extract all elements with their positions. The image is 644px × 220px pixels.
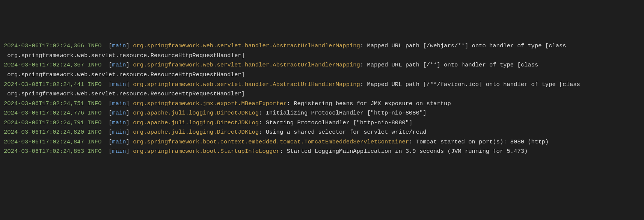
log-thread: main <box>112 148 126 155</box>
log-logger: org.apache.juli.logging.DirectJDKLog <box>133 110 259 116</box>
log-separator: : <box>360 81 367 88</box>
log-logger: org.springframework.web.servlet.handler.… <box>133 62 360 68</box>
log-timestamp: 2024-03-06T17:02:24,366 <box>4 42 84 49</box>
log-message: Tomcat started on port(s): 8080 (http) <box>416 139 549 145</box>
bracket-open: [ <box>109 81 112 88</box>
log-entry: 2024-03-06T17:02:24,441 INFO [main] org.… <box>4 80 640 99</box>
log-separator: : <box>259 129 266 136</box>
log-level: INFO <box>87 62 101 68</box>
log-entry: 2024-03-06T17:02:24,791 INFO [main] org.… <box>4 118 640 128</box>
log-timestamp: 2024-03-06T17:02:24,853 <box>4 148 84 155</box>
log-thread: main <box>112 62 126 68</box>
log-logger: org.springframework.boot.context.embedde… <box>133 139 409 145</box>
bracket-close: ] <box>126 110 130 116</box>
bracket-open: [ <box>109 42 112 49</box>
log-timestamp: 2024-03-06T17:02:24,776 <box>4 110 84 116</box>
log-logger: org.springframework.web.servlet.handler.… <box>133 42 360 49</box>
bracket-close: ] <box>126 129 130 136</box>
log-level: INFO <box>87 100 101 107</box>
log-level: INFO <box>87 119 101 126</box>
bracket-close: ] <box>126 100 130 107</box>
log-timestamp: 2024-03-06T17:02:24,820 <box>4 129 84 136</box>
bracket-open: [ <box>109 100 112 107</box>
log-level: INFO <box>87 139 101 145</box>
log-level: INFO <box>87 42 101 49</box>
log-entry: 2024-03-06T17:02:24,751 INFO [main] org.… <box>4 99 640 109</box>
log-entry: 2024-03-06T17:02:24,367 INFO [main] org.… <box>4 60 640 80</box>
bracket-close: ] <box>126 139 130 145</box>
log-separator: : <box>259 119 266 126</box>
bracket-open: [ <box>109 129 112 136</box>
bracket-open: [ <box>109 110 112 116</box>
log-logger: org.springframework.jmx.export.MBeanExpo… <box>133 100 287 107</box>
log-logger: org.apache.juli.logging.DirectJDKLog <box>133 119 259 126</box>
log-level: INFO <box>87 129 101 136</box>
bracket-close: ] <box>126 62 130 68</box>
bracket-open: [ <box>109 119 112 126</box>
log-separator: : <box>280 148 287 155</box>
log-entry: 2024-03-06T17:02:24,853 INFO [main] org.… <box>4 147 640 157</box>
bracket-close: ] <box>126 119 130 126</box>
bracket-open: [ <box>109 148 112 155</box>
log-timestamp: 2024-03-06T17:02:24,441 <box>4 81 84 88</box>
console-log-output[interactable]: 2024-03-06T17:02:24,366 INFO [main] org.… <box>4 41 640 157</box>
log-timestamp: 2024-03-06T17:02:24,751 <box>4 100 84 107</box>
log-timestamp: 2024-03-06T17:02:24,791 <box>4 119 84 126</box>
log-thread: main <box>112 81 126 88</box>
log-separator: : <box>287 100 294 107</box>
log-thread: main <box>112 100 126 107</box>
bracket-open: [ <box>109 139 112 145</box>
bracket-close: ] <box>126 81 130 88</box>
log-message: Starting ProtocolHandler ["http-nio-8080… <box>266 119 413 126</box>
log-level: INFO <box>87 148 101 155</box>
log-message: Using a shared selector for servlet writ… <box>266 129 427 136</box>
log-timestamp: 2024-03-06T17:02:24,367 <box>4 62 84 68</box>
log-separator: : <box>259 110 266 116</box>
log-timestamp: 2024-03-06T17:02:24,847 <box>4 139 84 145</box>
log-message: Started LoggingMainApplication in 3.9 se… <box>287 148 528 155</box>
bracket-open: [ <box>109 62 112 68</box>
log-entry: 2024-03-06T17:02:24,776 INFO [main] org.… <box>4 108 640 118</box>
log-entry: 2024-03-06T17:02:24,847 INFO [main] org.… <box>4 137 640 147</box>
log-entry: 2024-03-06T17:02:24,366 INFO [main] org.… <box>4 41 640 60</box>
log-thread: main <box>112 119 126 126</box>
log-thread: main <box>112 110 126 116</box>
bracket-close: ] <box>126 148 130 155</box>
log-thread: main <box>112 42 126 49</box>
log-logger: org.springframework.web.servlet.handler.… <box>133 81 360 88</box>
log-separator: : <box>360 62 367 68</box>
log-logger: org.springframework.boot.StartupInfoLogg… <box>133 148 280 155</box>
log-entry: 2024-03-06T17:02:24,820 INFO [main] org.… <box>4 128 640 137</box>
log-level: INFO <box>87 81 101 88</box>
log-level: INFO <box>87 110 101 116</box>
log-logger: org.apache.juli.logging.DirectJDKLog <box>133 129 259 136</box>
log-separator: : <box>409 139 416 145</box>
log-message: Registering beans for JMX exposure on st… <box>294 100 451 107</box>
log-thread: main <box>112 139 126 145</box>
bracket-close: ] <box>126 42 130 49</box>
log-message: Initializing ProtocolHandler ["http-nio-… <box>266 110 427 116</box>
log-thread: main <box>112 129 126 136</box>
log-separator: : <box>360 42 367 49</box>
